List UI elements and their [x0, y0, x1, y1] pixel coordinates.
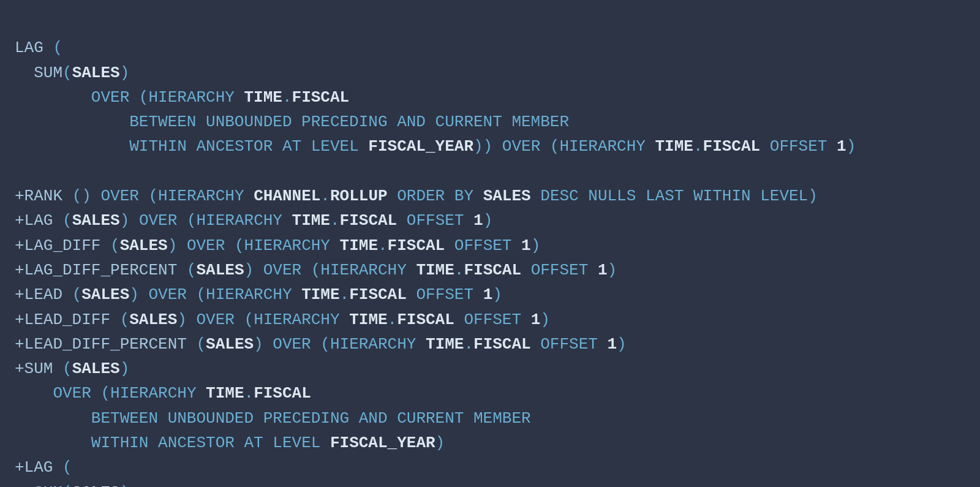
line-lead-diff: +LEAD_DIFF (SALES) OVER (HIERARCHY TIME.… — [15, 311, 550, 329]
line-sum-2: SUM(SALES) — [15, 483, 129, 487]
line-sum-sales: +SUM (SALES) — [15, 360, 129, 378]
line-sum: SUM(SALES) — [15, 64, 129, 82]
line-within-ancestor-1: WITHIN ANCESTOR AT LEVEL FISCAL_YEAR)) O… — [15, 137, 856, 156]
line-lead-diff-percent: +LEAD_DIFF_PERCENT (SALES) OVER (HIERARC… — [15, 335, 627, 353]
line-between-current: BETWEEN UNBOUNDED PRECEDING AND CURRENT … — [15, 113, 569, 131]
line-lag-open-2: +LAG ( — [15, 458, 72, 477]
line-lag-diff-percent: +LAG_DIFF_PERCENT (SALES) OVER (HIERARCH… — [15, 261, 617, 279]
code-editor: LAG ( SUM(SALES) OVER (HIERARCHY TIME.FI… — [0, 0, 980, 487]
line-rank: +RANK () OVER (HIERARCHY CHANNEL.ROLLUP … — [15, 187, 818, 205]
line-between-current-2: BETWEEN UNBOUNDED PRECEDING AND CURRENT … — [15, 409, 531, 428]
line-over-hierarchy-2: OVER (HIERARCHY TIME.FISCAL — [15, 384, 311, 402]
line-lag-diff: +LAG_DIFF (SALES) OVER (HIERARCHY TIME.F… — [15, 236, 540, 255]
line-lead: +LEAD (SALES) OVER (HIERARCHY TIME.FISCA… — [15, 285, 502, 304]
line-lag-sales: +LAG (SALES) OVER (HIERARCHY TIME.FISCAL… — [15, 211, 492, 230]
line-over-hierarchy: OVER (HIERARCHY TIME.FISCAL — [15, 88, 349, 107]
line-lag-open: LAG ( — [15, 39, 62, 57]
line-within-ancestor-2: WITHIN ANCESTOR AT LEVEL FISCAL_YEAR) — [15, 434, 445, 452]
